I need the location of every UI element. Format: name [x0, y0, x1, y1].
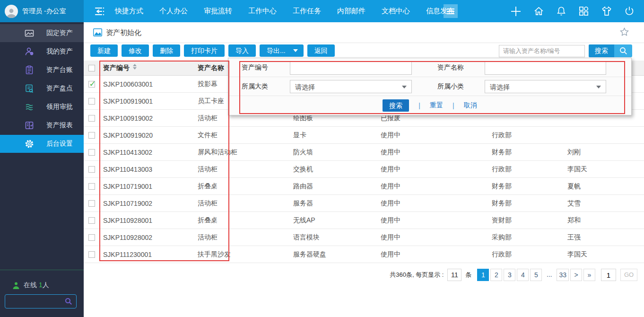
- table-row[interactable]: SJKP110413002 屏风和活动柜 防火墙 使用中 财务部 刘刚: [84, 144, 644, 161]
- nav-item-doc-center[interactable]: 文档中心: [382, 7, 410, 16]
- page-title: 资产初始化: [106, 28, 141, 37]
- bell-icon[interactable]: [556, 6, 566, 17]
- nav-item-work-center[interactable]: 工作中心: [248, 7, 277, 16]
- page-button[interactable]: 4: [517, 269, 529, 281]
- asset-code-cell: SJKP100603001: [99, 80, 184, 88]
- row-checkbox[interactable]: [88, 166, 95, 173]
- department-cell: 行政部: [492, 165, 567, 174]
- collapse-menu-icon[interactable]: [93, 5, 105, 18]
- row-checkbox[interactable]: [88, 251, 95, 258]
- table-row[interactable]: SJKP110719002 活动柜 服务器 使用中 财务部 艾雪: [84, 195, 644, 212]
- person-cell: 李国天: [567, 250, 644, 259]
- filter-select-major-category[interactable]: 请选择: [290, 80, 412, 93]
- sidebar-item-asset-inventory[interactable]: 资产盘点: [0, 79, 84, 97]
- page-button[interactable]: 2: [490, 269, 502, 281]
- pagination-total-label: 共360条, 每页显示 :: [390, 271, 444, 279]
- asset-name2-cell: 语言模块: [293, 233, 381, 242]
- chevron-down-icon: [402, 86, 407, 88]
- go-button[interactable]: GO: [620, 269, 637, 281]
- nav-item-personal-office[interactable]: 个人办公: [159, 7, 188, 16]
- select-all-checkbox[interactable]: [88, 65, 95, 71]
- filter-label-asset-code: 资产编号: [242, 63, 268, 72]
- back-button[interactable]: 返回: [307, 44, 335, 57]
- row-checkbox[interactable]: [88, 98, 95, 105]
- sidebar: 固定资产 我的资产 资产台账 资产盘点 领用审批 资产报表 后台设置 在线 1人: [0, 22, 84, 317]
- page-button[interactable]: »: [583, 269, 595, 281]
- nav-item-approval-flow[interactable]: 审批流转: [204, 7, 232, 16]
- hamburger-menu-icon[interactable]: [444, 4, 458, 18]
- sidebar-item-asset-reports[interactable]: 资产报表: [0, 116, 84, 134]
- filter-input-asset-name[interactable]: [485, 61, 606, 75]
- sidebar-item-my-assets[interactable]: 我的资产: [0, 43, 84, 61]
- shirt-icon[interactable]: [601, 6, 612, 17]
- sidebar-item-backend-settings[interactable]: 后台设置: [0, 135, 84, 153]
- sidebar-search-icon[interactable]: [65, 298, 72, 305]
- export-button[interactable]: 导出...: [260, 44, 304, 57]
- page-button[interactable]: 5: [530, 269, 542, 281]
- page-size-box[interactable]: 11: [447, 269, 461, 281]
- page-button: ...: [543, 269, 555, 281]
- sort-icon[interactable]: [133, 64, 137, 70]
- sidebar-item-asset-ledger[interactable]: 资产台账: [0, 61, 84, 79]
- sidebar-item-label: 资产报表: [46, 121, 73, 130]
- table-row[interactable]: SJKP110719001 折叠桌 路由器 使用中 财务部 夏帆: [84, 178, 644, 195]
- table-row[interactable]: SJKP110928002 活动柜 语言模块 使用中 采购部 王强: [84, 229, 644, 246]
- page-button[interactable]: 33: [557, 269, 569, 281]
- sidebar-item-fixed-assets[interactable]: 固定资产: [0, 24, 84, 42]
- table-row[interactable]: SJKP110928001 折叠桌 无线AP 使用中 资财部 郑和: [84, 212, 644, 229]
- plus-icon[interactable]: [510, 6, 522, 17]
- sidebar-item-requisition-approval[interactable]: 领用审批: [0, 98, 84, 116]
- quick-search-button[interactable]: 搜索: [589, 44, 614, 57]
- row-checkbox[interactable]: [88, 183, 95, 190]
- delete-button[interactable]: 删除: [153, 44, 180, 57]
- edit-button[interactable]: 修改: [122, 44, 149, 57]
- filter-search-button[interactable]: 搜索: [383, 99, 409, 112]
- filter-select-minor-category[interactable]: 请选择: [485, 80, 606, 93]
- asset-name-cell: 扶手黑沙发: [184, 250, 293, 259]
- main-content: 资产初始化 新建 修改 删除 打印卡片 导入 导出... 返回 搜索 资产编号 …: [84, 22, 644, 317]
- print-card-button[interactable]: 打印卡片: [184, 44, 225, 57]
- asset-code-cell: SJKP110719002: [99, 200, 184, 207]
- row-checkbox[interactable]: [88, 217, 95, 224]
- row-checkbox[interactable]: [88, 149, 95, 156]
- import-button[interactable]: 导入: [228, 44, 256, 57]
- asset-code-cell: SJKP111230001: [99, 251, 184, 258]
- favorite-star-icon[interactable]: [620, 27, 629, 36]
- filter-cancel-button[interactable]: 取消: [464, 101, 477, 110]
- person-cell: 夏帆: [567, 182, 644, 191]
- row-checkbox[interactable]: [88, 132, 95, 139]
- goto-page-input[interactable]: [601, 269, 616, 281]
- table-row[interactable]: SJKP100919020 文件柜 显卡 使用中 行政部: [84, 127, 644, 144]
- asset-name-cell: 折叠桌: [184, 216, 293, 225]
- quick-search-input[interactable]: [499, 45, 585, 57]
- filter-reset-button[interactable]: 重置: [430, 101, 443, 110]
- topbar: 管理员 -办公室 快捷方式 个人办公 审批流转 工作中心 工作任务 内部邮件 文…: [0, 0, 644, 22]
- table-row[interactable]: SJKP110413003 活动柜 交换机 使用中 行政部 李国天: [84, 161, 644, 178]
- sidebar-item-label: 我的资产: [46, 47, 73, 56]
- department-cell: 财务部: [492, 199, 567, 208]
- page-button[interactable]: 1: [477, 269, 489, 281]
- search-icon[interactable]: [614, 44, 632, 57]
- table-row[interactable]: SJKP111230001 扶手黑沙发 服务器硬盘 使用中 行政部 李国天: [84, 246, 644, 263]
- page-button[interactable]: >: [570, 269, 582, 281]
- header-asset-code[interactable]: 资产编号: [99, 64, 184, 72]
- apps-icon[interactable]: [578, 6, 589, 17]
- row-checkbox[interactable]: [88, 234, 95, 241]
- home-icon[interactable]: [533, 6, 544, 17]
- filter-input-asset-code[interactable]: [290, 61, 412, 75]
- row-checkbox[interactable]: [88, 81, 95, 88]
- asset-code-cell: SJKP110413002: [99, 149, 184, 156]
- nav-item-work-tasks[interactable]: 工作任务: [293, 7, 321, 16]
- sidebar-search-input[interactable]: [5, 298, 65, 305]
- chart-photo-icon: [25, 28, 34, 38]
- row-checkbox[interactable]: [88, 115, 95, 122]
- top-nav: 快捷方式 个人办公 审批流转 工作中心 工作任务 内部邮件 文档中心 信息发布: [115, 0, 454, 22]
- row-checkbox[interactable]: [88, 200, 95, 207]
- status-cell: 使用中: [381, 131, 492, 140]
- nav-item-shortcuts[interactable]: 快捷方式: [115, 7, 143, 16]
- power-icon[interactable]: [624, 6, 635, 17]
- nav-item-internal-mail[interactable]: 内部邮件: [337, 7, 366, 16]
- user-block[interactable]: 管理员 -办公室: [0, 0, 84, 22]
- new-button[interactable]: 新建: [90, 44, 118, 57]
- page-button[interactable]: 3: [504, 269, 515, 281]
